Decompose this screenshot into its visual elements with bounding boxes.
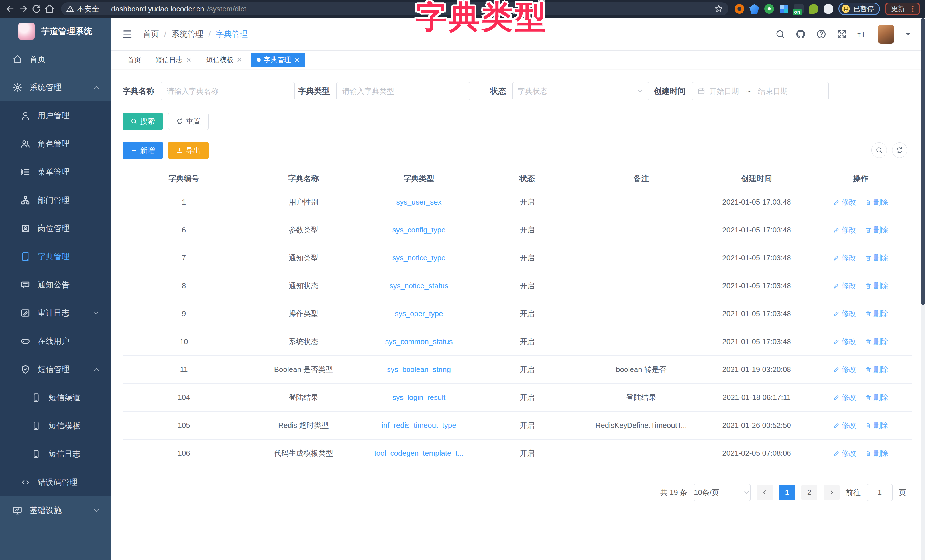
delete-link[interactable]: 删除 [865, 449, 888, 458]
paused-extension-chip[interactable]: 已暂停 [838, 3, 880, 15]
back-icon[interactable] [5, 4, 15, 14]
search-button[interactable]: 搜索 [122, 113, 163, 130]
bookmark-star-icon[interactable] [714, 4, 723, 14]
sidebar-item-role-management[interactable]: 角色管理 [0, 129, 111, 158]
cell-type[interactable]: sys_oper_type [362, 300, 476, 328]
close-icon[interactable] [236, 57, 243, 63]
extension-on-badge-icon[interactable] [794, 4, 804, 14]
sidebar-item-sms-log[interactable]: 短信日志 [0, 440, 111, 468]
sidebar-item-sms-channel[interactable]: 短信渠道 [0, 383, 111, 412]
breadcrumb-item[interactable]: 系统管理 [172, 29, 203, 39]
edit-link[interactable]: 修改 [833, 393, 856, 402]
delete-link[interactable]: 删除 [865, 337, 888, 347]
delete-link[interactable]: 删除 [865, 420, 888, 431]
tab-sms-template[interactable]: 短信模板 [200, 53, 248, 67]
edit-link[interactable]: 修改 [833, 309, 856, 319]
cell-type[interactable]: sys_user_sex [362, 188, 476, 216]
page-button[interactable]: 1 [779, 485, 795, 500]
sidebar-item-notice-announcement[interactable]: 通知公告 [0, 271, 111, 299]
edit-link[interactable]: 修改 [833, 420, 856, 431]
reload-icon[interactable] [31, 4, 42, 14]
extension-orange-icon[interactable] [735, 4, 744, 14]
sidebar-item-post-management[interactable]: 岗位管理 [0, 214, 111, 242]
font-size-icon[interactable]: TT [857, 29, 868, 39]
cell-type[interactable]: sys_notice_type [362, 244, 476, 272]
extension-leaf-icon[interactable] [809, 4, 818, 14]
delete-link[interactable]: 删除 [865, 364, 888, 375]
sidebar-item-sms-template[interactable]: 短信模板 [0, 412, 111, 440]
home-icon[interactable] [44, 4, 55, 14]
sidebar-item-dept-management[interactable]: 部门管理 [0, 186, 111, 214]
cell-type[interactable]: sys_notice_status [362, 272, 476, 300]
extension-dog-icon[interactable] [824, 4, 833, 14]
close-icon[interactable] [185, 57, 192, 63]
fullscreen-icon[interactable] [837, 29, 847, 39]
sidebar-item-system-management[interactable]: 系统管理 [0, 73, 111, 101]
tab-sms-log[interactable]: 短信日志 [150, 53, 197, 67]
refresh-table-button[interactable] [892, 142, 907, 158]
address-bar[interactable]: 不安全 dashboard.yudao.iocoder.cn /system/d… [61, 2, 728, 15]
chevron-down-icon[interactable] [904, 30, 912, 38]
help-icon[interactable] [816, 29, 826, 39]
cell-type[interactable]: sys_config_type [362, 216, 476, 244]
search-icon[interactable] [775, 29, 785, 39]
next-page-button[interactable] [824, 485, 839, 500]
user-avatar[interactable] [878, 25, 894, 44]
edit-link[interactable]: 修改 [833, 225, 856, 235]
extension-tiles-icon[interactable] [780, 5, 788, 13]
delete-link[interactable]: 删除 [865, 253, 888, 263]
sidebar-item-menu-management[interactable]: 菜单管理 [0, 158, 111, 186]
app-logo-row[interactable]: 芋道管理系统 [0, 18, 111, 45]
tab-home[interactable]: 首页 [122, 53, 146, 67]
edit-link[interactable]: 修改 [833, 364, 856, 375]
sidebar-item-user-management[interactable]: 用户管理 [0, 101, 111, 129]
delete-link[interactable]: 删除 [865, 197, 888, 207]
sidebar-item-home[interactable]: 首页 [0, 45, 111, 73]
sidebar-item-online-users[interactable]: 在线用户 [0, 327, 111, 355]
reset-button[interactable]: 重置 [168, 113, 209, 130]
sidebar-item-dict-management[interactable]: 字典管理 [0, 242, 111, 271]
cell-type[interactable]: inf_redis_timeout_type [362, 412, 476, 439]
sidebar-item-audit-log[interactable]: 审计日志 [0, 299, 111, 327]
kebab-menu-icon[interactable] [909, 5, 917, 13]
edit-link[interactable]: 修改 [833, 449, 856, 458]
dict-name-input[interactable] [161, 82, 295, 100]
sidebar-item-error-code-management[interactable]: 错误码管理 [0, 468, 111, 496]
sidebar-item-infrastructure[interactable]: 基础设施 [0, 496, 111, 524]
sidebar-item-sms-management[interactable]: 短信管理 [0, 355, 111, 383]
edit-link[interactable]: 修改 [833, 197, 856, 207]
delete-link[interactable]: 删除 [865, 393, 888, 402]
page-button[interactable]: 2 [801, 485, 817, 500]
prev-page-button[interactable] [757, 485, 773, 500]
edit-link[interactable]: 修改 [833, 253, 856, 263]
add-button[interactable]: 新增 [122, 142, 163, 159]
extension-gem-icon[interactable] [749, 4, 759, 14]
github-icon[interactable] [795, 29, 806, 39]
close-icon[interactable] [294, 57, 300, 63]
show-search-toggle-button[interactable] [871, 142, 887, 158]
edit-link[interactable]: 修改 [833, 337, 856, 347]
page-size-select[interactable]: 10条/页 [694, 484, 750, 501]
delete-link[interactable]: 删除 [865, 281, 888, 291]
cell-type[interactable]: sys_login_result [362, 384, 476, 411]
breadcrumb-item[interactable]: 首页 [143, 29, 159, 39]
cell-type[interactable]: sys_boolean_string [362, 356, 476, 383]
date-range-picker[interactable]: 开始日期 ~ 结束日期 [692, 82, 829, 100]
dict-type-input[interactable] [336, 82, 470, 100]
cell-type[interactable]: tool_codegen_template_t... [362, 440, 476, 467]
table-row: 1用户性别sys_user_sex开启2021-01-05 17:03:48修改… [122, 188, 912, 216]
browser-update-button[interactable]: 更新 [885, 3, 920, 15]
status-select[interactable]: 字典状态 [512, 82, 649, 100]
edit-link-label: 修改 [842, 225, 856, 235]
goto-page-input[interactable] [867, 484, 892, 501]
cell-type[interactable]: sys_common_status [362, 328, 476, 355]
delete-link[interactable]: 删除 [865, 309, 888, 319]
delete-link[interactable]: 删除 [865, 225, 888, 235]
export-button[interactable]: 导出 [168, 142, 209, 159]
hamburger-icon[interactable] [122, 29, 133, 39]
edit-link[interactable]: 修改 [833, 281, 856, 291]
forward-icon[interactable] [18, 4, 29, 14]
scrollbar-thumb[interactable] [921, 18, 925, 306]
tab-dict-management[interactable]: 字典管理 [252, 53, 306, 67]
extension-green-icon[interactable] [764, 4, 774, 14]
